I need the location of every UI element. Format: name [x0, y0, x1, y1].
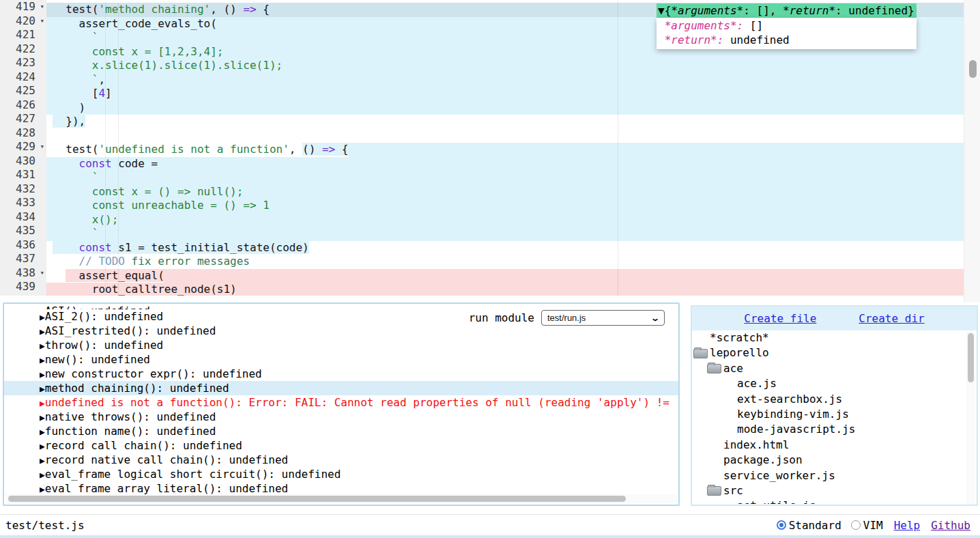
expand-arrow-icon[interactable]: ▶: [40, 484, 45, 494]
code-line-431[interactable]: `: [46, 171, 964, 185]
github-link[interactable]: Github: [931, 519, 970, 532]
call-list-scrollbar-thumb[interactable]: [8, 496, 626, 502]
expand-arrow-icon[interactable]: ▶: [40, 427, 45, 437]
gutter-row: 439: [0, 280, 46, 294]
fold-arrow-icon[interactable]: ▾: [40, 266, 44, 281]
call-result-item[interactable]: ▶native throws(): undefined: [4, 410, 680, 424]
tree-item--scratch-[interactable]: *scratch*: [692, 330, 977, 345]
call-result-item[interactable]: ▶eval_frame array_literal(): undefined: [4, 481, 680, 496]
call-result-item[interactable]: ▶new(): undefined: [4, 352, 680, 367]
keybinding-radio-vim[interactable]: VIM: [851, 519, 883, 532]
code-line-439[interactable]: root_calltree_node(s1): [46, 283, 964, 296]
fold-arrow-icon[interactable]: ▾: [40, 0, 44, 14]
call-result-item[interactable]: ▶record native call chain(): undefined: [4, 453, 680, 467]
current-file-name: test/test.js: [5, 519, 85, 532]
tree-item-label: keybinding-vim.js: [737, 407, 849, 422]
call-result-item[interactable]: ▶method chaining(): undefined: [4, 381, 678, 395]
code-token: test(: [53, 143, 98, 156]
radio-icon[interactable]: [777, 520, 786, 530]
code-line-433[interactable]: const unreachable = () => 1: [46, 199, 964, 213]
tree-item-src[interactable]: src: [692, 483, 977, 498]
line-number: 421: [16, 28, 35, 42]
file-tree-scrollbar[interactable]: [966, 332, 975, 505]
code-line-426[interactable]: ): [46, 101, 964, 115]
tree-item-index-html[interactable]: index.html: [692, 438, 977, 453]
code-line-438[interactable]: assert_equal(: [46, 269, 964, 283]
code-line-434[interactable]: x();: [46, 213, 964, 227]
gutter-row: 432: [0, 182, 46, 197]
code-line-429[interactable]: test('undefined is not a function', () =…: [46, 143, 964, 157]
tree-item-label: *scratch*: [710, 330, 769, 345]
tree-item-ace[interactable]: ace: [692, 361, 977, 376]
tree-item-label: mode-javascript.js: [737, 422, 855, 437]
fold-arrow-icon[interactable]: ▾: [40, 140, 44, 154]
call-result-item[interactable]: ▶undefined is not a function(): Error: F…: [4, 395, 680, 410]
code-token: ): [53, 101, 85, 114]
expand-arrow-icon[interactable]: ▶: [40, 398, 45, 408]
tree-item-ace-js[interactable]: ace.js: [692, 376, 977, 391]
code-line-427[interactable]: }),: [46, 115, 964, 129]
code-token: =>: [322, 143, 335, 156]
run-module-label: run module: [469, 311, 534, 324]
file-tree-scrollbar-thumb[interactable]: [968, 333, 974, 382]
create-file-link[interactable]: Create file: [744, 312, 816, 325]
run-module-select[interactable]: test/run.js ⌄: [541, 310, 665, 326]
line-number: 427: [16, 112, 35, 126]
tree-item-ast-utils-js[interactable]: ast_utils.js: [692, 498, 977, 504]
expand-arrow-icon[interactable]: ▶: [40, 341, 45, 351]
expand-arrow-icon[interactable]: ▶: [40, 470, 45, 480]
fold-arrow-icon[interactable]: ▾: [40, 14, 44, 29]
tooltip-entry[interactable]: *return*: undefined: [658, 33, 912, 47]
expand-arrow-icon[interactable]: ▶: [40, 412, 45, 423]
tooltip-summary-row[interactable]: ▼{*arguments*: [], *return*: undefined}: [657, 3, 917, 18]
folder-icon: [707, 364, 721, 373]
help-link[interactable]: Help: [894, 519, 921, 532]
expand-arrow-icon[interactable]: ▶: [40, 326, 45, 337]
call-result-item[interactable]: ▶function name(): undefined: [4, 424, 680, 438]
code-line-436[interactable]: const s1 = test_initial_state(code): [46, 241, 964, 255]
tree-item-mode-javascript-js[interactable]: mode-javascript.js: [692, 422, 977, 437]
tooltip-summary-token: : undefined}: [835, 4, 914, 17]
code-line-428[interactable]: [46, 129, 964, 143]
editor-vertical-scrollbar[interactable]: [964, 0, 980, 302]
keybinding-radio-standard[interactable]: Standard: [777, 519, 841, 532]
code-token: const x = [1,2,3,4];: [53, 45, 223, 58]
tree-item-ext-searchbox-js[interactable]: ext-searchbox.js: [692, 392, 977, 407]
tooltip-entry[interactable]: *arguments*: []: [658, 18, 912, 33]
call-result-item[interactable]: ▶record call chain(): undefined: [4, 438, 680, 453]
code-line-435[interactable]: `: [46, 227, 964, 241]
expand-arrow-icon[interactable]: ▶: [40, 455, 45, 466]
call-result-item[interactable]: ▶eval_frame logical short circuit(): und…: [4, 467, 680, 481]
call-result-item[interactable]: ▶throw(): undefined: [4, 338, 680, 352]
code-line-437[interactable]: // TODO fix error messages: [46, 255, 964, 269]
expand-arrow-icon[interactable]: ▶: [40, 441, 45, 451]
expand-arrow-icon[interactable]: ▶: [40, 355, 45, 365]
tree-item-label: ace.js: [737, 376, 777, 391]
editor-scrollbar-thumb[interactable]: [969, 60, 977, 78]
code-line-430[interactable]: const code =: [46, 157, 964, 171]
code-line-425[interactable]: [4]: [46, 87, 964, 101]
line-number: 425: [16, 84, 35, 98]
code-line-424[interactable]: `,: [46, 73, 964, 87]
call-result-item[interactable]: ▶ASI(): undefined: [4, 304, 680, 309]
call-list-horizontal-scrollbar[interactable]: [5, 494, 677, 503]
call-result-item[interactable]: ▶ASI_restrited(): undefined: [4, 324, 680, 338]
code-token: [: [53, 87, 98, 100]
expand-arrow-icon[interactable]: ▶: [40, 312, 45, 322]
code-token: [53, 157, 79, 170]
code-token: fix error messages: [125, 255, 250, 268]
create-dir-link[interactable]: Create dir: [859, 312, 924, 325]
expand-arrow-icon[interactable]: ▶: [40, 384, 45, 394]
tree-item-keybinding-vim-js[interactable]: keybinding-vim.js: [692, 407, 977, 422]
call-result-item[interactable]: ▶new constructor expr(): undefined: [4, 367, 680, 381]
code-line-432[interactable]: const x = () => null();: [46, 185, 964, 199]
code-line-423[interactable]: x.slice(1).slice(1).slice(1);: [46, 59, 964, 73]
tree-item-leporello[interactable]: leporello: [692, 345, 977, 360]
radio-icon[interactable]: [851, 520, 861, 530]
indent-guide: [118, 3, 119, 294]
expand-arrow-icon[interactable]: ▶: [40, 369, 45, 380]
code-token: 'method chaining': [98, 3, 210, 16]
tree-item-package-json[interactable]: package.json: [692, 453, 977, 468]
gutter-row: 424: [0, 70, 46, 85]
tree-item-service-worker-js[interactable]: service_worker.js: [692, 468, 977, 483]
